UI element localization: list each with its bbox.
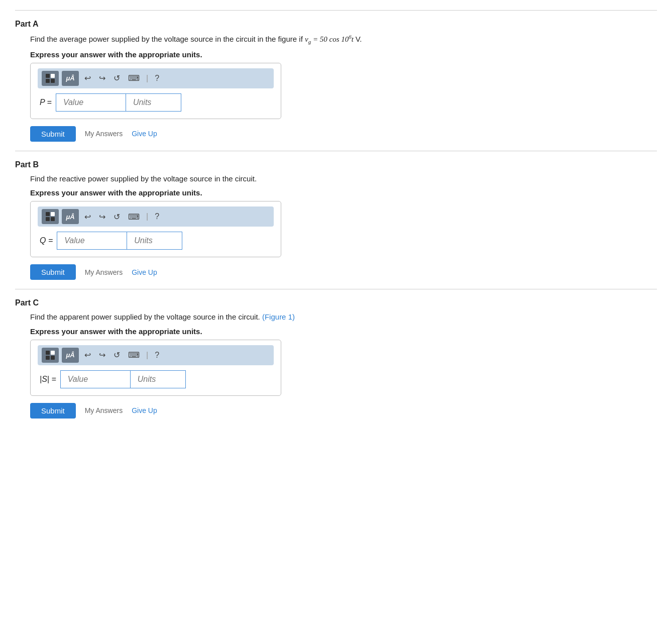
part-a-answer-box: μÂ ↩ ↪ ↺ ⌨ | ? P = bbox=[30, 63, 281, 119]
part-c-answer-box: μÂ ↩ ↪ ↺ ⌨ | ? |S| = bbox=[30, 340, 281, 396]
grid-icon-c bbox=[46, 351, 55, 360]
part-a-unit: V. bbox=[356, 35, 362, 43]
refresh-icon-b: ↺ bbox=[114, 213, 120, 221]
part-a-grid-button[interactable] bbox=[42, 71, 59, 86]
undo-icon: ↩ bbox=[84, 74, 91, 82]
part-a-mu-button[interactable]: μÂ bbox=[62, 71, 79, 86]
part-a-give-up-link[interactable]: Give Up bbox=[132, 130, 157, 138]
part-c-section: Part C Find the apparent power supplied … bbox=[15, 289, 657, 428]
part-c-help-button[interactable]: ? bbox=[152, 349, 162, 361]
part-b-undo-button[interactable]: ↩ bbox=[82, 211, 93, 223]
part-c-keyboard-button[interactable]: ⌨ bbox=[126, 349, 142, 361]
part-b-value-input[interactable] bbox=[57, 232, 127, 250]
help-icon-b: ? bbox=[155, 212, 159, 221]
part-c-refresh-button[interactable]: ↺ bbox=[111, 349, 123, 361]
part-a-section: Part A Find the average power supplied b… bbox=[15, 10, 657, 151]
toolbar-sep-b: | bbox=[146, 212, 148, 221]
undo-icon-b: ↩ bbox=[84, 213, 91, 221]
part-c-mu-button[interactable]: μÂ bbox=[62, 348, 79, 363]
part-c-eq-label: |S| = bbox=[40, 375, 56, 384]
part-c-title: Part C bbox=[15, 298, 657, 307]
redo-icon: ↪ bbox=[99, 74, 105, 82]
keyboard-icon-c: ⌨ bbox=[128, 351, 140, 359]
part-a-express-label: Express your answer with the appropriate… bbox=[15, 50, 657, 59]
part-c-value-input[interactable] bbox=[60, 370, 131, 388]
part-a-toolbar: μÂ ↩ ↪ ↺ ⌨ | ? bbox=[38, 68, 274, 88]
part-c-give-up-link[interactable]: Give Up bbox=[132, 406, 157, 414]
part-c-grid-button[interactable] bbox=[42, 348, 59, 363]
part-b-mu-button[interactable]: μÂ bbox=[62, 209, 79, 224]
part-c-my-answers-label: My Answers bbox=[85, 406, 123, 414]
part-a-redo-button[interactable]: ↪ bbox=[96, 72, 108, 84]
undo-icon-c: ↩ bbox=[84, 351, 91, 359]
part-c-description: Find the apparent power supplied by the … bbox=[15, 312, 657, 323]
part-a-help-button[interactable]: ? bbox=[152, 72, 162, 84]
part-b-answer-box: μÂ ↩ ↪ ↺ ⌨ | ? Q = bbox=[30, 201, 281, 257]
grid-icon-b bbox=[46, 212, 55, 221]
part-a-desc-text: Find the average power supplied by the v… bbox=[30, 35, 305, 43]
part-a-title: Part A bbox=[15, 20, 657, 29]
part-b-refresh-button[interactable]: ↺ bbox=[111, 211, 123, 223]
part-b-description: Find the reactive power supplied by the … bbox=[15, 173, 657, 185]
part-c-desc-text: Find the apparent power supplied by the … bbox=[30, 313, 260, 321]
part-a-eq-label: P = bbox=[40, 98, 52, 107]
help-icon-c: ? bbox=[155, 351, 159, 359]
grid-icon bbox=[46, 74, 55, 83]
redo-icon-c: ↪ bbox=[99, 351, 105, 359]
part-c-input-row: |S| = bbox=[40, 370, 274, 388]
keyboard-icon-b: ⌨ bbox=[128, 213, 140, 221]
part-b-grid-button[interactable] bbox=[42, 209, 59, 224]
part-b-submit-row: Submit My Answers Give Up bbox=[30, 264, 657, 280]
part-b-section: Part B Find the reactive power supplied … bbox=[15, 151, 657, 289]
part-b-title: Part B bbox=[15, 160, 657, 169]
help-icon: ? bbox=[155, 74, 159, 82]
part-b-units-input[interactable] bbox=[127, 232, 182, 250]
part-a-my-answers-label: My Answers bbox=[85, 130, 123, 138]
part-c-figure-link[interactable]: (Figure 1) bbox=[262, 313, 295, 321]
mu-label: μÂ bbox=[66, 74, 74, 82]
part-a-submit-row: Submit My Answers Give Up bbox=[30, 126, 657, 142]
part-a-units-input[interactable] bbox=[126, 93, 181, 112]
part-c-redo-button[interactable]: ↪ bbox=[96, 349, 108, 361]
part-b-give-up-link[interactable]: Give Up bbox=[132, 268, 157, 276]
part-b-submit-button[interactable]: Submit bbox=[30, 264, 76, 280]
part-b-input-row: Q = bbox=[40, 232, 274, 250]
redo-icon-b: ↪ bbox=[99, 213, 105, 221]
refresh-icon-c: ↺ bbox=[114, 351, 120, 359]
toolbar-sep-c: | bbox=[146, 351, 148, 360]
part-a-undo-button[interactable]: ↩ bbox=[82, 72, 93, 84]
part-b-my-answers-label: My Answers bbox=[85, 268, 123, 276]
toolbar-sep-a: | bbox=[146, 74, 148, 83]
part-c-express-label: Express your answer with the appropriate… bbox=[15, 327, 657, 336]
refresh-icon: ↺ bbox=[114, 74, 120, 82]
part-b-toolbar: μÂ ↩ ↪ ↺ ⌨ | ? bbox=[38, 206, 274, 227]
part-c-units-input[interactable] bbox=[131, 370, 186, 388]
part-a-value-input[interactable] bbox=[56, 93, 126, 112]
part-c-submit-row: Submit My Answers Give Up bbox=[30, 403, 657, 419]
part-a-submit-button[interactable]: Submit bbox=[30, 126, 76, 142]
mu-label-c: μÂ bbox=[66, 351, 74, 359]
part-a-math: vg = 50 cos 106t bbox=[305, 35, 356, 43]
part-a-refresh-button[interactable]: ↺ bbox=[111, 72, 123, 84]
part-c-submit-button[interactable]: Submit bbox=[30, 403, 76, 419]
part-a-input-row: P = bbox=[40, 93, 274, 112]
keyboard-icon: ⌨ bbox=[128, 74, 140, 82]
part-b-express-label: Express your answer with the appropriate… bbox=[15, 188, 657, 197]
part-b-eq-label: Q = bbox=[40, 236, 53, 245]
part-a-description: Find the average power supplied by the v… bbox=[15, 33, 657, 46]
part-b-redo-button[interactable]: ↪ bbox=[96, 211, 108, 223]
mu-label-b: μÂ bbox=[66, 213, 74, 221]
part-c-toolbar: μÂ ↩ ↪ ↺ ⌨ | ? bbox=[38, 345, 274, 365]
part-b-keyboard-button[interactable]: ⌨ bbox=[126, 211, 142, 223]
part-b-help-button[interactable]: ? bbox=[152, 211, 162, 223]
part-b-desc-text: Find the reactive power supplied by the … bbox=[30, 174, 257, 183]
part-a-keyboard-button[interactable]: ⌨ bbox=[126, 72, 142, 84]
part-c-undo-button[interactable]: ↩ bbox=[82, 349, 93, 361]
